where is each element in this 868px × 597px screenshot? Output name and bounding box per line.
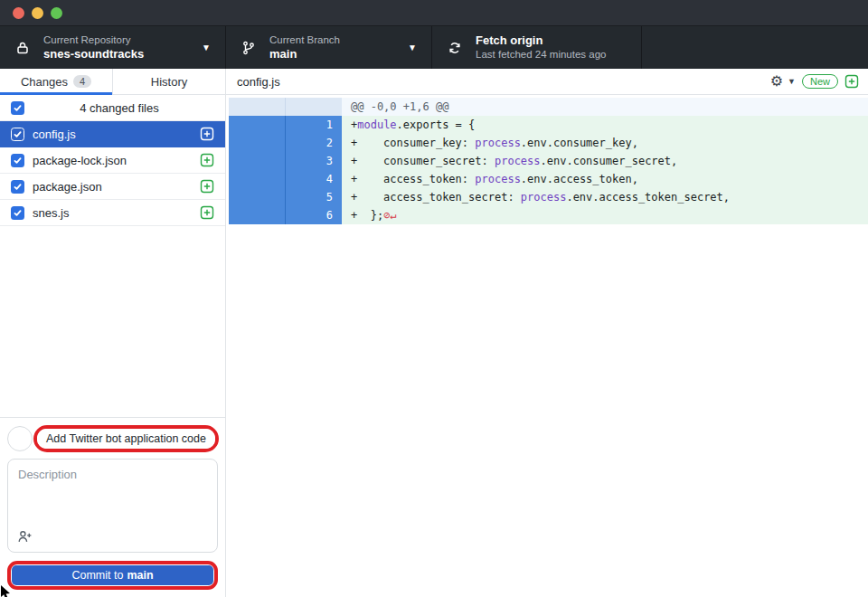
commit-summary-input[interactable]: Add Twitter bot application code <box>37 429 215 449</box>
description-placeholder: Description <box>18 468 207 481</box>
file-row[interactable]: package-lock.json <box>0 147 225 174</box>
new-feature-badge: New <box>802 74 838 89</box>
diff-gutter-old[interactable] <box>229 152 285 170</box>
window-controls <box>13 7 62 19</box>
branch-label: Current Branch <box>269 33 340 46</box>
tab-changes[interactable]: Changes 4 <box>0 69 112 94</box>
diff-code-text: + access_token: process.env.access_token… <box>342 170 868 188</box>
repository-name: snes-soundtracks <box>43 47 144 62</box>
branch-name: main <box>269 47 340 62</box>
select-all-checkbox[interactable] <box>11 101 24 115</box>
sync-icon <box>447 41 463 55</box>
diff-gutter-old[interactable] <box>229 188 285 206</box>
diff-file-name: config.js <box>237 75 770 89</box>
file-checkbox[interactable] <box>11 154 24 167</box>
diff-code-text: +module.exports = { <box>342 116 868 134</box>
changed-files-count: 4 changed files <box>24 101 214 115</box>
diff-header: config.js ⚙ ▼ New <box>226 69 868 95</box>
diff-line-number[interactable]: 6 <box>285 206 342 224</box>
diff-line-number[interactable]: 3 <box>285 152 342 170</box>
file-name: snes.js <box>33 206 200 220</box>
commit-description-textarea[interactable]: Description <box>7 459 218 553</box>
avatar <box>7 426 33 451</box>
chevron-down-icon[interactable]: ▼ <box>788 77 796 86</box>
file-added-status-icon <box>200 179 214 194</box>
gear-icon[interactable]: ⚙ <box>770 74 783 89</box>
hunk-header-row: @@ -0,0 +1,6 @@ <box>229 98 868 116</box>
fetch-origin-label: Fetch origin <box>476 33 607 48</box>
diff-content: @@ -0,0 +1,6 @@ 1+module.exports = {2+ c… <box>226 95 868 597</box>
diff-code-text: + consumer_key: process.env.consumer_key… <box>342 134 868 152</box>
changed-files-list: 4 changed files config.jspackage-lock.js… <box>0 95 225 417</box>
file-added-status-icon <box>200 127 214 141</box>
diff-gutter-old[interactable] <box>229 170 285 188</box>
commit-button-annotation-highlight: Commit to main <box>7 561 218 590</box>
commit-form: Add Twitter bot application code Descrip… <box>0 417 225 597</box>
file-checkbox[interactable] <box>11 128 24 141</box>
titlebar <box>0 0 868 25</box>
fetch-origin-button[interactable]: Fetch origin Last fetched 24 minutes ago <box>432 26 642 69</box>
tab-changes-label: Changes <box>21 75 68 89</box>
toolbar-empty-area <box>642 26 868 69</box>
file-added-status-icon <box>200 205 214 220</box>
files-header-row: 4 changed files <box>0 95 225 121</box>
sidebar: Changes 4 History 4 changed files config… <box>0 69 226 597</box>
sidebar-tabs: Changes 4 History <box>0 69 225 95</box>
file-checkbox[interactable] <box>11 180 24 194</box>
diff-added-line: 3+ consumer_secret: process.env.consumer… <box>229 152 868 170</box>
file-added-status-icon <box>200 153 214 167</box>
current-repository-dropdown[interactable]: Current Repository snes-soundtracks ▼ <box>0 26 226 69</box>
diff-line-number[interactable]: 2 <box>285 134 342 152</box>
tab-history[interactable]: History <box>112 69 225 94</box>
expand-diff-button[interactable] <box>844 74 859 89</box>
mouse-cursor <box>0 585 13 597</box>
file-name: config.js <box>33 128 200 141</box>
current-branch-dropdown[interactable]: Current Branch main ▼ <box>226 26 432 69</box>
commit-button-branch: main <box>127 569 153 582</box>
diff-line-number[interactable]: 4 <box>285 170 342 188</box>
file-row[interactable]: package.json <box>0 174 225 200</box>
add-coauthor-icon[interactable] <box>17 529 33 545</box>
repository-label: Current Repository <box>43 33 144 46</box>
file-checkbox[interactable] <box>11 206 24 220</box>
diff-code-text: + };⊘↵ <box>342 206 868 224</box>
git-branch-icon <box>241 41 257 55</box>
changes-count-badge: 4 <box>73 75 91 88</box>
diff-code-text: + access_token_secret: process.env.acces… <box>342 188 868 206</box>
close-window-button[interactable] <box>13 7 24 19</box>
summary-annotation-highlight: Add Twitter bot application code <box>33 425 219 452</box>
diff-added-line: 6+ };⊘↵ <box>229 206 868 224</box>
zoom-window-button[interactable] <box>51 7 62 19</box>
diff-added-line: 5+ access_token_secret: process.env.acce… <box>229 188 868 206</box>
hunk-header-text: @@ -0,0 +1,6 @@ <box>342 98 868 116</box>
file-name: package-lock.json <box>33 154 200 167</box>
diff-line-number[interactable]: 1 <box>285 116 342 134</box>
chevron-down-icon: ▼ <box>392 43 417 52</box>
last-fetched-text: Last fetched 24 minutes ago <box>476 48 607 61</box>
file-row[interactable]: snes.js <box>0 200 225 226</box>
diff-added-line: 1+module.exports = { <box>229 116 868 134</box>
commit-button-label: Commit to <box>71 569 123 582</box>
diff-added-line: 2+ consumer_key: process.env.consumer_ke… <box>229 134 868 152</box>
diff-gutter-old[interactable] <box>229 206 285 224</box>
minimize-window-button[interactable] <box>32 7 43 19</box>
toolbar: Current Repository snes-soundtracks ▼ Cu… <box>0 25 868 69</box>
diff-line-number[interactable]: 5 <box>285 188 342 206</box>
file-name: package.json <box>33 180 200 194</box>
diff-gutter-old[interactable] <box>229 134 285 152</box>
chevron-down-icon: ▼ <box>185 43 211 52</box>
diff-added-line: 4+ access_token: process.env.access_toke… <box>229 170 868 188</box>
commit-to-main-button[interactable]: Commit to main <box>12 565 213 585</box>
file-row[interactable]: config.js <box>0 121 225 147</box>
diff-pane: config.js ⚙ ▼ New @@ -0,0 +1,6 @@ 1+modu… <box>226 69 868 597</box>
lock-icon <box>14 41 31 55</box>
tab-history-label: History <box>151 75 187 89</box>
diff-code-text: + consumer_secret: process.env.consumer_… <box>342 152 868 170</box>
diff-gutter-old[interactable] <box>229 116 285 134</box>
